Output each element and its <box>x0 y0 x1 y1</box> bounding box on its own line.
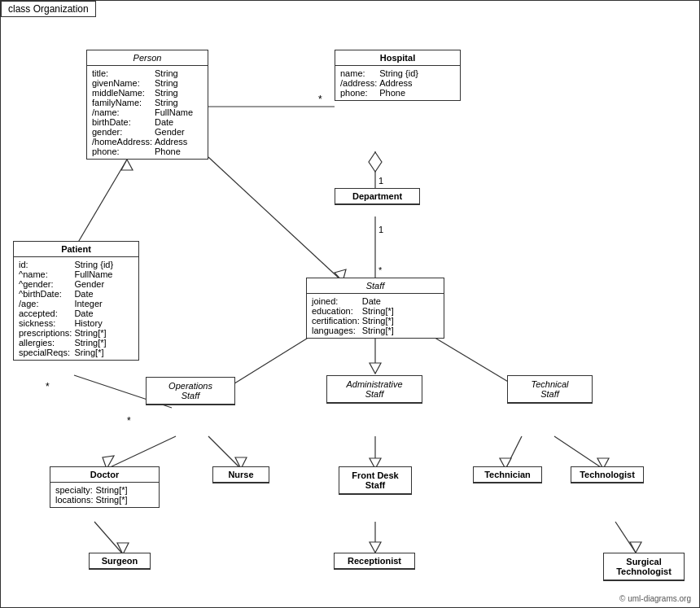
diagram-title: class Organization <box>1 1 96 17</box>
staff-body: joined:Date education:String[*] certific… <box>307 294 444 338</box>
doctor-body: specialty:String[*] locations:String[*] <box>50 483 159 507</box>
surgeon-class: Surgeon <box>89 553 151 570</box>
operations-staff-header: OperationsStaff <box>147 378 234 405</box>
person-class: Person title:String givenName:String mid… <box>86 50 208 160</box>
surgeon-header: Surgeon <box>90 553 150 569</box>
svg-text:1: 1 <box>378 225 383 234</box>
svg-line-10 <box>74 160 127 249</box>
doctor-header: Doctor <box>50 467 159 483</box>
person-header: Person <box>87 50 208 66</box>
staff-class: Staff joined:Date education:String[*] ce… <box>306 278 444 339</box>
hospital-body: name:String {id} /address:Address phone:… <box>335 66 460 100</box>
svg-text:*: * <box>318 94 322 105</box>
hospital-class: Hospital name:String {id} /address:Addre… <box>335 50 461 101</box>
svg-text:*: * <box>378 265 383 275</box>
svg-marker-11 <box>121 160 133 170</box>
svg-line-33 <box>94 522 123 554</box>
front-desk-staff-class: Front DeskStaff <box>339 466 412 495</box>
administrative-staff-class: AdministrativeStaff <box>326 375 422 404</box>
technologist-header: Technologist <box>571 467 643 483</box>
svg-line-29 <box>505 436 522 469</box>
nurse-class: Nurse <box>212 466 269 483</box>
svg-text:*: * <box>127 415 131 426</box>
svg-marker-38 <box>630 542 641 553</box>
doctor-class: Doctor specialty:String[*] locations:Str… <box>50 466 160 508</box>
patient-class: Patient id:String {id} ^name:FullName ^g… <box>13 241 139 361</box>
svg-text:*: * <box>46 381 50 392</box>
patient-body: id:String {id} ^name:FullName ^gender:Ge… <box>14 257 138 360</box>
technical-staff-header: TechnicalStaff <box>508 376 592 403</box>
technologist-class: Technologist <box>571 466 644 483</box>
technician-header: Technician <box>474 467 541 483</box>
technical-staff-class: TechnicalStaff <box>507 375 593 404</box>
department-class: Department <box>335 188 420 205</box>
svg-line-25 <box>208 436 241 469</box>
person-body: title:String givenName:String middleName… <box>87 66 208 159</box>
staff-header: Staff <box>307 278 444 294</box>
svg-marker-20 <box>370 363 381 374</box>
svg-line-37 <box>615 522 636 553</box>
svg-line-23 <box>107 436 176 469</box>
svg-marker-4 <box>369 152 382 172</box>
nurse-header: Nurse <box>213 467 269 483</box>
operations-staff-class: OperationsStaff <box>146 377 235 405</box>
front-desk-staff-header: Front DeskStaff <box>339 467 411 494</box>
surgical-technologist-header: SurgicalTechnologist <box>604 553 684 580</box>
administrative-staff-header: AdministrativeStaff <box>327 376 422 403</box>
department-header: Department <box>335 189 419 204</box>
svg-text:1: 1 <box>378 176 383 186</box>
svg-line-31 <box>554 436 603 469</box>
diagram-container: class Organization * * 1 * 1 * * * <box>0 0 700 608</box>
receptionist-class: Receptionist <box>334 553 415 570</box>
technician-class: Technician <box>473 466 542 483</box>
svg-marker-36 <box>370 542 381 553</box>
copyright: © uml-diagrams.org <box>619 594 691 603</box>
receptionist-header: Receptionist <box>335 553 414 569</box>
patient-header: Patient <box>14 242 138 257</box>
hospital-header: Hospital <box>335 50 460 66</box>
surgical-technologist-class: SurgicalTechnologist <box>603 553 685 581</box>
svg-line-12 <box>208 157 343 282</box>
